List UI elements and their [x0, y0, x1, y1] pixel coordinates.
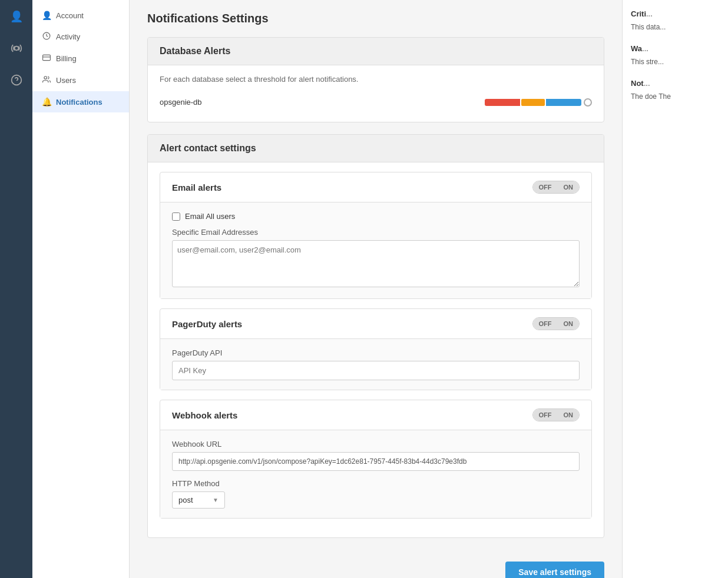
bar-orange: [521, 99, 545, 106]
threshold-bar[interactable]: [485, 98, 592, 107]
http-method-label: HTTP Method: [172, 479, 580, 488]
sidebar-item-account[interactable]: 👤 Account: [32, 5, 129, 26]
billing-icon: [42, 54, 51, 64]
save-alert-settings-button[interactable]: Save alert settings: [505, 562, 604, 578]
api-key-input[interactable]: [172, 361, 580, 380]
http-method-value: post: [178, 496, 193, 504]
sidebar-item-notifications[interactable]: 🔔 Notifications: [32, 91, 129, 112]
webhook-url-display: http://api.opsgenie.com/v1/json/compose?…: [172, 452, 580, 471]
save-button-row: Save alert settings: [147, 550, 604, 578]
rp-critical-title: Criti...: [631, 9, 720, 18]
rp-warning: Wa... This stre...: [631, 44, 720, 67]
sidebar-item-label: Billing: [56, 54, 77, 63]
webhook-toggle-on[interactable]: ON: [558, 409, 580, 421]
radio-icon[interactable]: [6, 38, 27, 59]
pagerduty-alerts-title: PagerDuty alerts: [172, 319, 242, 329]
sidebar-item-billing[interactable]: Billing: [32, 48, 129, 69]
alert-contact-header: Alert contact settings: [148, 135, 604, 162]
notifications-icon: 🔔: [42, 97, 51, 107]
sidebar-item-label: Notifications: [56, 98, 102, 107]
database-alerts-body: For each database select a threshold for…: [148, 65, 604, 122]
rp-warning-text: This stre...: [631, 57, 720, 67]
email-alerts-header: Email alerts OFF ON: [160, 172, 591, 202]
avatar-icon[interactable]: 👤: [6, 6, 27, 27]
pagerduty-alerts-section: PagerDuty alerts OFF ON PagerDuty API: [160, 308, 592, 390]
email-all-users-checkbox[interactable]: [172, 212, 180, 221]
help-icon[interactable]: [6, 69, 27, 91]
pagerduty-alerts-toggle[interactable]: OFF ON: [532, 317, 580, 330]
email-alerts-title: Email alerts: [172, 182, 221, 192]
alert-contact-title: Alert contact settings: [160, 143, 592, 154]
webhook-alerts-toggle[interactable]: OFF ON: [532, 408, 580, 421]
email-all-users-label: Email All users: [185, 212, 235, 221]
webhook-toggle-off[interactable]: OFF: [533, 409, 558, 421]
users-icon: [42, 75, 51, 85]
pagerduty-alerts-header: PagerDuty alerts OFF ON: [160, 309, 591, 339]
alert-contact-body: Email alerts OFF ON Email All users Spec…: [148, 162, 604, 537]
specific-email-textarea[interactable]: [172, 240, 580, 287]
database-alerts-desc: For each database select a threshold for…: [160, 75, 592, 84]
rp-warning-title: Wa...: [631, 44, 720, 53]
email-alerts-section: Email alerts OFF ON Email All users Spec…: [160, 172, 592, 299]
rp-critical: Criti... This data...: [631, 9, 720, 32]
email-toggle-on[interactable]: ON: [558, 181, 580, 193]
sidebar-item-label: Users: [56, 76, 76, 85]
http-method-select[interactable]: post ▼: [172, 491, 225, 509]
webhook-alerts-body: Webhook URL http://api.opsgenie.com/v1/j…: [160, 430, 591, 518]
activity-icon: [42, 32, 51, 42]
main-content: Notifications Settings Database Alerts F…: [130, 0, 622, 578]
bar-red: [485, 99, 520, 106]
sidebar-item-activity[interactable]: Activity: [32, 26, 129, 48]
alert-contact-card: Alert contact settings Email alerts OFF …: [147, 134, 604, 538]
webhook-alerts-header: Webhook alerts OFF ON: [160, 400, 591, 430]
db-name: opsgenie-db: [160, 98, 202, 107]
db-row: opsgenie-db: [160, 92, 592, 112]
pagerduty-api-label: PagerDuty API: [172, 348, 580, 357]
database-alerts-title: Database Alerts: [160, 46, 592, 57]
page-title: Notifications Settings: [147, 12, 604, 25]
pagerduty-alerts-body: PagerDuty API: [160, 339, 591, 390]
database-alerts-card: Database Alerts For each database select…: [147, 37, 604, 122]
sidebar-item-label: Activity: [56, 32, 80, 41]
webhook-alerts-section: Webhook alerts OFF ON Webhook URL http:/…: [160, 400, 592, 519]
sidebar-item-label: Account: [56, 11, 84, 20]
svg-rect-4: [43, 55, 51, 60]
pagerduty-toggle-on[interactable]: ON: [558, 318, 580, 330]
svg-point-6: [44, 77, 47, 79]
account-icon: 👤: [42, 11, 51, 20]
webhook-alerts-title: Webhook alerts: [172, 410, 237, 420]
rp-critical-text: This data...: [631, 22, 720, 32]
rp-notification: Not... The doe The: [631, 79, 720, 102]
bar-blue: [546, 99, 581, 106]
api-key-wrapper: [172, 361, 580, 380]
icon-bar: 👤: [0, 0, 32, 578]
database-alerts-header: Database Alerts: [148, 38, 604, 65]
sidebar: 👤 Account Activity Billing: [32, 0, 130, 578]
svg-point-0: [14, 46, 18, 51]
specific-email-label: Specific Email Addresses: [172, 228, 580, 237]
chevron-down-icon: ▼: [213, 497, 219, 503]
rp-notification-title: Not...: [631, 79, 720, 88]
bar-handle[interactable]: [584, 98, 592, 107]
webhook-url-label: Webhook URL: [172, 440, 580, 449]
pagerduty-toggle-off[interactable]: OFF: [533, 318, 558, 330]
email-all-users-row: Email All users: [172, 212, 580, 221]
email-alerts-body: Email All users Specific Email Addresses: [160, 202, 591, 298]
sidebar-item-users[interactable]: Users: [32, 69, 129, 91]
rp-notification-text: The doe The: [631, 91, 720, 102]
email-alerts-toggle[interactable]: OFF ON: [532, 181, 580, 194]
email-toggle-off[interactable]: OFF: [533, 181, 558, 193]
right-panel: Criti... This data... Wa... This stre...…: [622, 0, 728, 578]
